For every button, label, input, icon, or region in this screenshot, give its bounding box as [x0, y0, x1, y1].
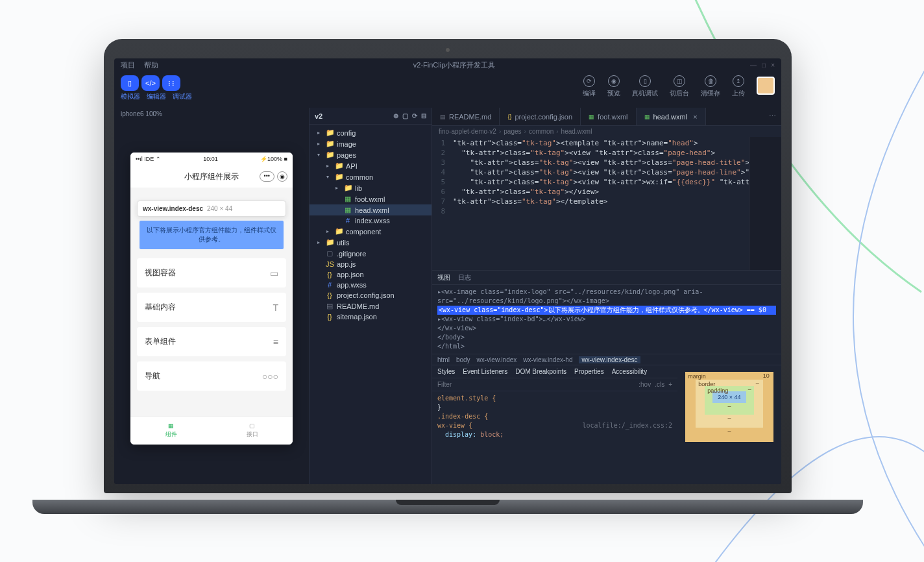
menu-help[interactable]: 帮助 — [144, 60, 158, 70]
mode-debugger-label: 调试器 — [173, 92, 192, 101]
breadcrumb-item[interactable]: head.wxml — [561, 128, 592, 135]
inspector-tooltip: wx-view.index-desc240 × 44 — [137, 201, 286, 217]
editor-tab[interactable]: {}project.config.json — [500, 108, 581, 125]
new-folder-icon[interactable]: ▢ — [402, 112, 408, 119]
file-explorer: v2 ⊕ ▢ ⟳ ⊟ ▸📁config▸📁image▾📁pages▸📁API▾📁… — [309, 108, 432, 484]
devtools-tab-log[interactable]: 日志 — [458, 273, 471, 282]
user-avatar[interactable] — [757, 77, 775, 95]
folder-node[interactable]: ▸📁API — [310, 160, 432, 171]
folder-node[interactable]: ▸📁component — [310, 226, 432, 237]
dom-path-item[interactable]: wx-view.index — [477, 356, 517, 363]
file-node[interactable]: ▦foot.wxml — [310, 193, 432, 204]
mode-simulator-label: 模拟器 — [121, 92, 140, 101]
editor-tab[interactable]: ▦foot.wxml — [581, 108, 636, 125]
dom-selected-node[interactable]: <wx-view class="index-desc">以下将展示小程序官方组件… — [437, 306, 776, 315]
editor-tab[interactable]: ▤README.md — [432, 108, 500, 125]
dom-tree[interactable]: ▸<wx-image class="index-logo" src="../re… — [432, 285, 781, 354]
list-item[interactable]: 导航○○○ — [137, 361, 286, 391]
file-node[interactable]: {}sitemap.json — [310, 312, 432, 322]
code-editor[interactable]: 12345678 "tk-attr">class="tk-tag"><templ… — [432, 137, 781, 270]
upload-button[interactable]: ↥上传 — [732, 75, 745, 98]
navbar-title: 小程序组件展示 — [184, 171, 239, 182]
file-node[interactable]: ▦head.wxml — [310, 204, 432, 215]
devtools-tab-view[interactable]: 视图 — [437, 273, 450, 282]
maximize-icon[interactable]: □ — [762, 62, 766, 69]
laptop-base — [32, 500, 863, 514]
minimize-icon[interactable]: — — [750, 62, 757, 69]
ide-window: 项目 帮助 v2-FinClip小程序开发工具 — □ × ▯ </> ⫶⫶ — [114, 58, 781, 484]
breadcrumb-item[interactable]: fino-applet-demo-v2 — [439, 128, 496, 135]
refresh-icon[interactable]: ⟳ — [412, 112, 417, 119]
collapse-icon[interactable]: ⊟ — [421, 112, 426, 119]
menu-project[interactable]: 项目 — [121, 60, 135, 70]
list-item[interactable]: 基础内容T — [137, 293, 286, 322]
new-file-icon[interactable]: ⊕ — [393, 112, 398, 119]
breadcrumb-item[interactable]: common — [529, 128, 553, 135]
compile-button[interactable]: ⟳编译 — [583, 75, 596, 98]
file-node[interactable]: {}app.json — [310, 269, 432, 280]
remote-debug-button[interactable]: ▯真机调试 — [632, 75, 658, 98]
breadcrumb-item[interactable]: pages — [504, 128, 521, 135]
capsule-more-icon[interactable]: ••• — [260, 171, 274, 182]
simulator-panel: iphone6 100% ••ıl IDE ⌃ 10:01 ⚡100% ■ 小程… — [114, 108, 309, 484]
tabs-overflow-icon[interactable]: ⋯ — [764, 112, 781, 121]
styles-tab[interactable]: Properties — [574, 368, 604, 375]
styles-filter-input[interactable]: Filter — [437, 381, 452, 388]
folder-node[interactable]: ▸📁config — [310, 127, 432, 138]
highlighted-element[interactable]: 以下将展示小程序官方组件能力，组件样式仅供参考。 — [140, 221, 284, 249]
folder-node[interactable]: ▾📁common — [310, 171, 432, 182]
mode-editor-button[interactable]: </> — [141, 75, 160, 91]
device-info: iphone6 100% — [114, 108, 309, 120]
window-controls: — □ × — [750, 62, 775, 69]
styles-tab[interactable]: Accessibility — [612, 368, 647, 375]
folder-node[interactable]: ▸📁lib — [310, 182, 432, 193]
list-item[interactable]: 视图容器▭ — [137, 258, 286, 287]
preview-button[interactable]: ◉预览 — [607, 75, 620, 98]
devtools: 视图 日志 ▸<wx-image class="index-logo" src=… — [432, 270, 781, 484]
explorer-root: v2 — [315, 112, 322, 120]
mode-editor-label: 编辑器 — [147, 92, 166, 101]
breadcrumbs: fino-applet-demo-v2›pages›common›head.wx… — [432, 126, 781, 137]
folder-node[interactable]: ▸📁utils — [310, 237, 432, 248]
list-item[interactable]: 表单组件≡ — [137, 327, 286, 356]
clear-cache-button[interactable]: 🗑清缓存 — [701, 75, 720, 98]
dom-path: htmlbodywx-view.indexwx-view.index-hdwx-… — [432, 354, 781, 365]
dom-path-item[interactable]: html — [437, 356, 450, 363]
capsule-close-icon[interactable]: ◉ — [277, 171, 287, 182]
file-node[interactable]: #index.wxss — [310, 215, 432, 226]
toolbar: ▯ </> ⫶⫶ 模拟器 编辑器 调试器 ⟳编译 ◉预览 ▯真机调试 ◫切后台 — [114, 71, 781, 108]
chip-icon: ▢ — [249, 422, 255, 429]
tab-component[interactable]: ▦组件 — [130, 417, 212, 445]
folder-node[interactable]: ▾📁pages — [310, 149, 432, 160]
tab-api[interactable]: ▢接口 — [212, 417, 293, 445]
mode-debugger-button[interactable]: ⫶⫶ — [162, 75, 180, 91]
hov-toggle[interactable]: :hov — [638, 381, 651, 388]
file-node[interactable]: JSapp.js — [310, 259, 432, 269]
cls-toggle[interactable]: .cls — [655, 381, 664, 388]
background-button[interactable]: ◫切后台 — [670, 75, 689, 98]
file-node[interactable]: ▢.gitignore — [310, 248, 432, 259]
close-icon[interactable]: × — [771, 62, 775, 69]
file-node[interactable]: #app.wxss — [310, 280, 432, 290]
styles-tab[interactable]: Styles — [437, 368, 455, 375]
close-tab-icon[interactable]: × — [693, 113, 697, 121]
dom-path-item[interactable]: wx-view.index-desc — [579, 356, 640, 363]
grid-icon: ▦ — [168, 422, 174, 429]
file-node[interactable]: ▤README.md — [310, 300, 432, 312]
minimap[interactable] — [749, 137, 781, 270]
menubar: 项目 帮助 v2-FinClip小程序开发工具 — □ × — [114, 58, 781, 71]
styles-panel[interactable]: element.style {}.index-desc {</span></di… — [432, 391, 677, 484]
editor-tabs: ▤README.md{}project.config.json▦foot.wxm… — [432, 108, 781, 126]
folder-node[interactable]: ▸📁image — [310, 138, 432, 149]
box-model: margin10 border– padding– 240 × 44 – – – — [677, 365, 781, 484]
phone-navbar: 小程序组件展示 ••• ◉ — [130, 165, 293, 188]
mode-simulator-button[interactable]: ▯ — [121, 75, 139, 91]
editor-tab[interactable]: ▦head.wxml× — [637, 108, 706, 125]
add-rule-icon[interactable]: + — [668, 381, 672, 388]
dom-path-item[interactable]: body — [456, 356, 470, 363]
laptop-frame: 项目 帮助 v2-FinClip小程序开发工具 — □ × ▯ </> ⫶⫶ — [104, 39, 792, 506]
dom-path-item[interactable]: wx-view.index-hd — [523, 356, 572, 363]
styles-tab[interactable]: DOM Breakpoints — [515, 368, 566, 375]
file-node[interactable]: {}project.config.json — [310, 290, 432, 300]
styles-tab[interactable]: Event Listeners — [463, 368, 507, 375]
